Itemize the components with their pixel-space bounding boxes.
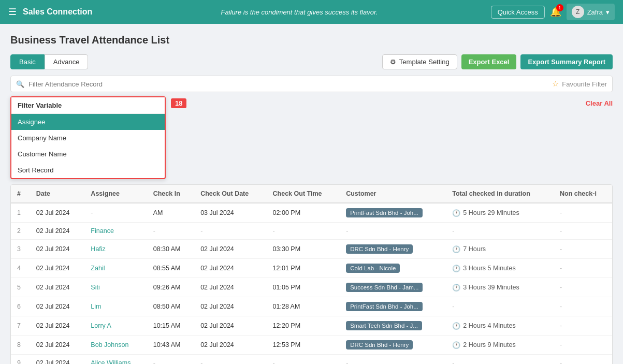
cell-non-checkin: -	[554, 297, 612, 316]
cell-checkin: 09:26 AM	[147, 278, 194, 297]
filter-item-customer-name[interactable]: Customer Name	[11, 146, 165, 162]
duration-cell: 🕐5 Hours 29 Minutes	[452, 209, 547, 217]
quick-access-button[interactable]: Quick Access	[491, 6, 545, 19]
user-name-label: Zafra	[587, 8, 603, 16]
cell-assignee[interactable]: Lim	[84, 297, 147, 316]
tab-group: Basic Advance	[10, 54, 88, 69]
table-body: 102 Jul 2024-AM03 Jul 202402:00 PMPrintF…	[11, 203, 612, 364]
cell-checkin: -	[147, 355, 194, 365]
duration-text: 2 Hours 9 Minutes	[463, 341, 515, 348]
cell-num: 6	[11, 297, 30, 316]
cell-date: 02 Jul 2024	[30, 355, 85, 365]
filter-item-sort-record[interactable]: Sort Record	[11, 162, 165, 178]
cell-non-checkin: -	[554, 316, 612, 336]
export-summary-button[interactable]: Export Summary Report	[520, 54, 613, 69]
tab-basic[interactable]: Basic	[10, 54, 45, 69]
table-header-row: # Date Assignee Check In Check Out Date …	[11, 185, 612, 203]
cell-duration: 🕐3 Hours 5 Minutes	[446, 259, 554, 278]
user-menu-button[interactable]: Z Zafra ▾	[567, 4, 615, 20]
cell-checkout-time: 12:01 PM	[267, 259, 340, 278]
export-excel-button[interactable]: Export Excel	[461, 54, 517, 69]
cell-assignee[interactable]: Bob Johnson	[84, 336, 147, 355]
cell-non-checkin: -	[554, 336, 612, 355]
cell-checkout-date: 03 Jul 2024	[194, 203, 266, 223]
cell-checkout-time: 12:53 PM	[267, 336, 340, 355]
cell-checkout-date: 02 Jul 2024	[194, 259, 266, 278]
duration-text: 3 Hours 39 Minutes	[463, 284, 519, 291]
tab-advance[interactable]: Advance	[45, 54, 89, 69]
cell-date: 02 Jul 2024	[30, 240, 85, 259]
cell-customer: Success Sdn Bhd - Jam...	[340, 278, 446, 297]
top-navigation: ☰ Sales Connection Failure is the condim…	[0, 0, 623, 24]
cell-duration: -	[446, 355, 554, 365]
filter-item-assignee[interactable]: Assignee	[11, 114, 165, 130]
cell-num: 1	[11, 203, 30, 223]
cell-date: 02 Jul 2024	[30, 336, 85, 355]
duration-cell: 🕐7 Hours	[452, 245, 547, 253]
cell-customer: PrintFast Sdn Bhd - Joh...	[340, 297, 446, 316]
cell-customer: -	[340, 223, 446, 240]
cell-checkout-time: 12:20 PM	[267, 316, 340, 336]
cell-checkin: 08:30 AM	[147, 240, 194, 259]
chevron-down-icon: ▾	[606, 8, 610, 16]
cell-checkout-time: -	[267, 355, 340, 365]
col-num: #	[11, 185, 30, 203]
table-row: 202 Jul 2024Finance------	[11, 223, 612, 240]
duration-text: 7 Hours	[463, 245, 486, 253]
cell-customer: DRC Sdn Bhd - Henry	[340, 240, 446, 259]
filter-variable-header: Filter Variable	[11, 97, 165, 114]
cell-non-checkin: -	[554, 278, 612, 297]
duration-text: 5 Hours 29 Minutes	[463, 209, 519, 216]
customer-badge: DRC Sdn Bhd - Henry	[346, 340, 413, 350]
star-icon: ☆	[552, 79, 559, 89]
cell-assignee[interactable]: Finance	[84, 223, 147, 240]
template-setting-button[interactable]: ⚙ Template Setting	[382, 54, 457, 69]
cell-checkin: 08:50 AM	[147, 297, 194, 316]
results-count-badge: 18	[171, 98, 186, 108]
cell-customer: Cold Lab - Nicole	[340, 259, 446, 278]
customer-badge: PrintFast Sdn Bhd - Joh...	[346, 302, 423, 311]
avatar: Z	[572, 6, 584, 18]
cell-assignee[interactable]: Siti	[84, 278, 147, 297]
table-row: 602 Jul 2024Lim08:50 AM02 Jul 202401:28 …	[11, 297, 612, 316]
cell-date: 02 Jul 2024	[30, 316, 85, 336]
cell-num: 4	[11, 259, 30, 278]
cell-assignee[interactable]: Lorry A	[84, 316, 147, 336]
cell-date: 02 Jul 2024	[30, 203, 85, 223]
col-customer: Customer	[340, 185, 446, 203]
cell-assignee[interactable]: Alice Williams	[84, 355, 147, 365]
cell-checkout-time: 03:30 PM	[267, 240, 340, 259]
template-setting-label: Template Setting	[399, 58, 450, 66]
filter-item-company-name[interactable]: Company Name	[11, 130, 165, 146]
clock-icon: 🕐	[452, 209, 460, 217]
duration-text: 2 Hours 4 Minutes	[463, 322, 515, 329]
cell-checkout-time: 01:28 AM	[267, 297, 340, 316]
clock-icon: 🕐	[452, 284, 460, 292]
favourite-filter-button[interactable]: ☆ Favourite Filter	[552, 79, 607, 89]
clock-icon: 🕐	[452, 265, 460, 272]
cell-assignee[interactable]: Hafiz	[84, 240, 147, 259]
notification-badge: 1	[556, 4, 563, 11]
filter-variable-dropdown: Filter Variable Assignee Company Name Cu…	[10, 96, 166, 179]
cell-duration: 🕐7 Hours	[446, 240, 554, 259]
toolbar-right: ⚙ Template Setting Export Excel Export S…	[382, 54, 613, 69]
clear-all-button[interactable]: Clear All	[586, 99, 613, 107]
notification-button[interactable]: 🔔 1	[550, 6, 561, 18]
cell-customer: DRC Sdn Bhd - Henry	[340, 336, 446, 355]
cell-duration: -	[446, 223, 554, 240]
search-input[interactable]	[28, 80, 552, 88]
table-row: 102 Jul 2024-AM03 Jul 202402:00 PMPrintF…	[11, 203, 612, 223]
cell-checkin: 10:15 AM	[147, 316, 194, 336]
cell-date: 02 Jul 2024	[30, 259, 85, 278]
cell-customer: Smart Tech Sdn Bhd - J...	[340, 316, 446, 336]
cell-non-checkin: -	[554, 355, 612, 365]
toolbar: Basic Advance ⚙ Template Setting Export …	[10, 54, 613, 69]
cell-checkout-date: 02 Jul 2024	[194, 240, 266, 259]
customer-badge: Smart Tech Sdn Bhd - J...	[346, 321, 422, 330]
table-row: 702 Jul 2024Lorry A10:15 AM02 Jul 202412…	[11, 316, 612, 336]
filter-and-results-area: Filter Variable Assignee Company Name Cu…	[10, 96, 613, 184]
search-bar: 🔍 ☆ Favourite Filter	[10, 76, 613, 92]
motivational-quote: Failure is the condiment that gives succ…	[108, 8, 490, 16]
cell-assignee[interactable]: Zahil	[84, 259, 147, 278]
hamburger-menu-icon[interactable]: ☰	[8, 6, 17, 18]
